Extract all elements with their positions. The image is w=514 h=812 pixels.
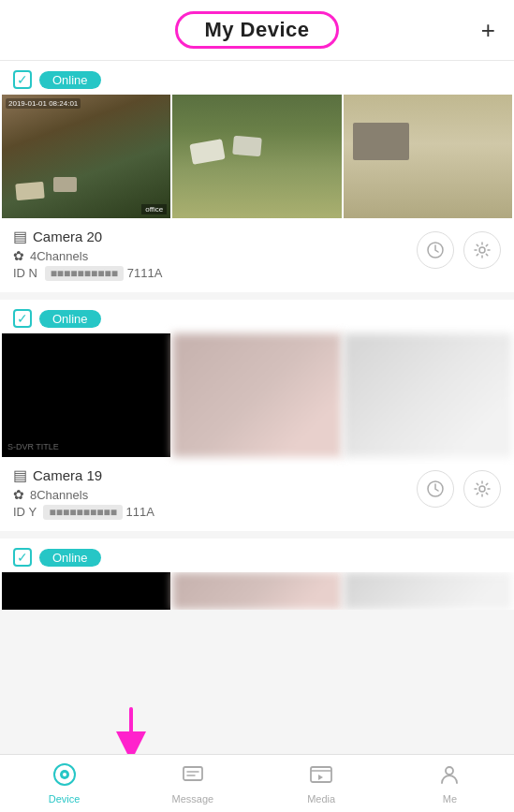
main-content: ✓ Online 2019-01-01 08:24:01 office ▤ Ca…	[0, 61, 514, 666]
thumbnail-2-3[interactable]	[344, 333, 512, 457]
me-nav-label: Me	[443, 793, 457, 805]
media-nav-icon	[309, 762, 333, 790]
device-nav-label: Device	[49, 793, 81, 805]
channels-icon-1: ✿	[13, 248, 24, 263]
message-nav-icon	[181, 762, 205, 790]
timestamp-1: 2019-01-01 08:24:01	[6, 98, 81, 109]
thumbnail-1-3[interactable]	[344, 95, 512, 218]
device-channels-1: ✿ 4Channels	[13, 248, 417, 263]
me-nav-icon	[437, 762, 462, 790]
add-device-button[interactable]: +	[481, 18, 495, 42]
monitor-icon-1: ▤	[13, 228, 27, 245]
thumbnail-1-1[interactable]: 2019-01-01 08:24:01 office	[2, 95, 170, 218]
media-nav-label: Media	[307, 793, 335, 805]
id-label-2: ID Y	[13, 505, 37, 519]
monitor-icon-2: ▤	[13, 466, 27, 484]
device-info-2: ▤ Camera 19 ✿ 8Channels ID Y ■■■■■■■■■■ …	[0, 457, 514, 531]
id-suffix-2: 111A	[126, 505, 154, 519]
status-row-1: ✓ Online	[0, 61, 514, 95]
device-nav-icon	[52, 762, 77, 790]
nav-item-media[interactable]: Media	[257, 755, 386, 812]
settings-button-2[interactable]	[463, 470, 501, 508]
status-row-3: ✓ Online	[0, 539, 514, 572]
device-actions-2	[417, 466, 501, 508]
history-button-2[interactable]	[417, 470, 454, 508]
id-label-1: ID N	[13, 266, 37, 280]
thumbnails-row-2[interactable]: S-DVR TITLE	[0, 333, 514, 457]
svg-point-3	[479, 486, 485, 492]
device-info-1: ▤ Camera 20 ✿ 4Channels ID N ■■■■■■■■■■ …	[0, 218, 514, 292]
settings-icon-2	[473, 480, 492, 498]
thumbnail-3-2[interactable]	[172, 572, 341, 610]
check-icon-3: ✓	[17, 550, 28, 565]
header: My Device +	[0, 0, 514, 61]
svg-rect-8	[311, 767, 331, 782]
nav-item-me[interactable]: Me	[386, 755, 514, 812]
thumbnail-2-1[interactable]: S-DVR TITLE	[2, 333, 170, 457]
settings-icon-1	[473, 241, 492, 259]
svg-point-1	[479, 247, 485, 253]
thumbnails-row-1[interactable]: 2019-01-01 08:24:01 office	[0, 95, 514, 218]
device-id-2: ID Y ■■■■■■■■■■ 111A	[13, 505, 417, 520]
history-icon-2	[426, 480, 445, 498]
message-nav-label: Message	[172, 793, 214, 805]
thumbnail-2-2[interactable]	[172, 333, 341, 457]
settings-button-1[interactable]	[463, 231, 501, 269]
device-actions-1	[417, 228, 501, 269]
device-name-1: ▤ Camera 20	[13, 228, 417, 245]
status-badge-2: Online	[39, 310, 101, 328]
device-details-2: ▤ Camera 19 ✿ 8Channels ID Y ■■■■■■■■■■ …	[13, 466, 417, 520]
nav-item-message[interactable]: Message	[128, 755, 257, 812]
status-row-2: ✓ Online	[0, 300, 514, 333]
check-icon-1: ✓	[17, 72, 28, 87]
device-card-3-partial: ✓ Online	[0, 539, 514, 610]
history-button-1[interactable]	[417, 231, 454, 269]
status-badge-1: Online	[39, 71, 101, 89]
device-checkbox-3[interactable]: ✓	[13, 548, 32, 567]
device-checkbox-1[interactable]: ✓	[13, 70, 32, 89]
label-overlay-1: office	[141, 204, 167, 214]
id-masked-2: ■■■■■■■■■■	[43, 505, 122, 520]
thumbnails-row-3[interactable]	[0, 572, 514, 610]
history-icon-1	[426, 241, 445, 259]
svg-point-9	[446, 767, 453, 775]
page-title: My Device	[175, 11, 338, 49]
cam-black-label-2: S-DVR TITLE	[7, 442, 59, 451]
channels-icon-2: ✿	[13, 487, 24, 502]
device-checkbox-2[interactable]: ✓	[13, 309, 32, 328]
bottom-navigation: Device Message Media Me	[0, 754, 514, 812]
check-icon-2: ✓	[17, 311, 28, 326]
pink-arrow-indicator	[103, 704, 159, 760]
svg-rect-7	[184, 767, 202, 780]
id-suffix-1: 7111A	[127, 266, 163, 280]
thumbnail-3-1[interactable]	[2, 572, 170, 610]
status-badge-3: Online	[39, 549, 101, 567]
device-channels-2: ✿ 8Channels	[13, 487, 417, 502]
thumbnail-1-2[interactable]	[172, 95, 341, 218]
svg-point-6	[63, 773, 66, 776]
nav-item-device[interactable]: Device	[0, 755, 128, 812]
device-id-1: ID N ■■■■■■■■■■ 7111A	[13, 266, 417, 281]
device-card-2: ✓ Online S-DVR TITLE ▤ Camera 19 ✿ 8Chan…	[0, 300, 514, 531]
device-details-1: ▤ Camera 20 ✿ 4Channels ID N ■■■■■■■■■■ …	[13, 228, 417, 281]
device-card-1: ✓ Online 2019-01-01 08:24:01 office ▤ Ca…	[0, 61, 514, 292]
device-name-2: ▤ Camera 19	[13, 466, 417, 484]
thumbnail-3-3[interactable]	[344, 572, 512, 610]
id-masked-1: ■■■■■■■■■■	[45, 266, 124, 281]
